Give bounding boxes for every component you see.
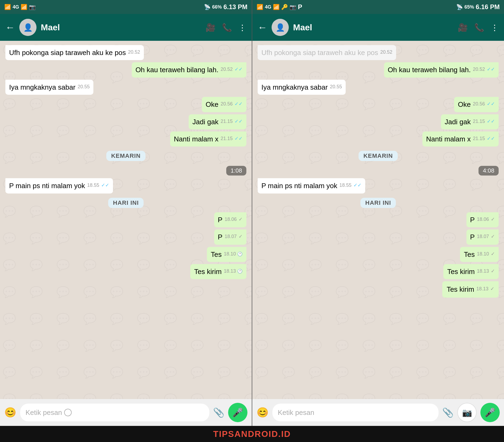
right-msg-1-tick: ✓✓ (487, 67, 495, 72)
left-msg-9-row: P 18.07 ✓ (5, 229, 246, 244)
left-video-call-icon[interactable]: 🎥 (206, 23, 216, 32)
left-camera-icon: 📷 (29, 4, 36, 10)
left-msg-10-row: Tes 18.10 🕐 (5, 247, 246, 262)
left-time-label: 1:08 (226, 166, 246, 176)
right-attach-button[interactable]: 📎 (442, 407, 454, 418)
left-msg-3-row: Iya mngkaknya sabar 20.55 (5, 80, 246, 95)
right-msg-4-row: Jadi gak 21.15 ✓✓ (258, 114, 499, 129)
right-msg-10-tick: ✓ (491, 268, 495, 274)
left-status-right: 📡 66% 6.13 PM (204, 3, 247, 11)
right-cast-icon: 📡 (456, 4, 463, 10)
right-phone-icon[interactable]: 📞 (474, 23, 484, 32)
left-msg-2-row: Oh kau teraweh bilang lah. 20.52 ✓✓ (5, 62, 246, 77)
left-msg-5-row: Jadi gak 21.15 ✓✓ (5, 114, 246, 129)
left-msg-4: Oke 20.56 ✓✓ (202, 97, 246, 112)
left-signal-icon: 📶 (4, 4, 11, 10)
right-msg-2-row: Iya mngkaknya sabar 20.55 (258, 80, 499, 95)
left-mic-button[interactable]: 🎤 (228, 403, 247, 422)
right-msg-10: Tes kirim 18.13 ✓ (443, 264, 499, 279)
left-phone-icon[interactable]: 📞 (222, 23, 232, 32)
right-msg-10-row: Tes kirim 18.13 ✓ (258, 264, 499, 279)
right-mic-button[interactable]: 🎤 (480, 403, 500, 422)
right-msg-3-row: Oke 20.56 ✓✓ (258, 97, 499, 112)
left-msg-10-time: 18.10 🕐 (224, 251, 243, 257)
left-msg-3-time: 20.55 (78, 83, 90, 90)
right-msg-11-time: 18.13 ✓ (476, 286, 494, 292)
left-msg-5-time: 21.15 ✓✓ (221, 118, 243, 125)
right-screen: 📶 4G 📶 🔑 📷 P 📡 65% 6.16 PM ← 👤 Mael 🎥 📞 … (252, 0, 504, 426)
right-msg-7: P 18.06 ✓ (466, 212, 499, 227)
right-msg-11-tick: ✓ (490, 286, 494, 291)
left-msg-9-tick: ✓ (239, 234, 243, 239)
right-msg-8-tick: ✓ (491, 234, 495, 239)
right-msg-8-row: P 18.07 ✓ (258, 229, 499, 244)
right-menu-icon[interactable]: ⋮ (491, 23, 499, 32)
right-msg-0-time: 20.52 (380, 49, 392, 56)
right-time-divider: 4:08 (258, 166, 499, 176)
watermark-bar: TIPSANDROID.ID (0, 426, 504, 442)
left-msg-6-row: Nanti malam x 21.15 ✓✓ (5, 131, 246, 147)
left-msg-9-time: 18.07 ✓ (225, 233, 243, 240)
left-msg-2-tick: ✓✓ (235, 67, 243, 72)
left-back-button[interactable]: ← (5, 22, 15, 33)
right-video-call-icon[interactable]: 🎥 (458, 23, 468, 32)
left-msg-6-tick: ✓✓ (235, 136, 243, 141)
right-p-icon: P (298, 3, 302, 11)
right-msg-1-time: 20.52 ✓✓ (473, 66, 495, 73)
left-chat-header: ← 👤 Mael 🎥 📞 ⋮ (0, 14, 252, 41)
right-emoji-button[interactable]: 😊 (257, 407, 269, 418)
right-chat-body: Ufh pokonga siap taraweh aku ke pos 20.5… (252, 41, 504, 399)
left-msg-1-row: Ufh pokonga siap taraweh aku ke pos 20.5… (5, 45, 246, 60)
right-msg-1-row: Oh kau teraweh bilang lah. 20.52 ✓✓ (258, 62, 499, 77)
left-attach-button[interactable]: 📎 (213, 407, 224, 418)
left-emoji-button[interactable]: 😊 (4, 407, 16, 418)
right-msg-2-time: 20.55 (330, 83, 342, 90)
right-msg-0: Ufh pokonga siap taraweh aku ke pos 20.5… (258, 45, 396, 60)
left-time: 6.13 PM (224, 3, 247, 11)
left-msg-6-time: 21.15 ✓✓ (221, 135, 243, 142)
right-contact-name: Mael (293, 23, 454, 32)
left-msg-8-tick: ✓ (239, 217, 243, 222)
left-msg-5: Jadi gak 21.15 ✓✓ (189, 114, 246, 129)
right-msg-3: Oke 20.56 ✓✓ (454, 97, 499, 112)
left-msg-11-time: 18.13 🕐 (224, 268, 243, 275)
left-day-label-kemarin: KEMARIN (106, 151, 145, 161)
right-msg-5: Nanti malam x 21.15 ✓✓ (422, 131, 499, 147)
right-msg-4-time: 21.15 ✓✓ (473, 118, 495, 125)
right-avatar[interactable]: 👤 (272, 19, 289, 36)
right-msg-0-row: Ufh pokonga siap taraweh aku ke pos 20.5… (258, 45, 499, 60)
right-status-right: 📡 65% 6.16 PM (456, 3, 500, 11)
screens-container: 📶 4G 📶 📷 📡 66% 6.13 PM ← 👤 Mael 🎥 📞 ⋮ (0, 0, 504, 426)
right-signal-icon: 📶 (257, 4, 263, 10)
right-msg-5-row: Nanti malam x 21.15 ✓✓ (258, 131, 499, 147)
left-msg-8: P 18.06 ✓ (214, 212, 246, 227)
left-msg-6: Nanti malam x 21.15 ✓✓ (170, 131, 246, 147)
right-camera-icon: 📷 (290, 4, 296, 10)
left-msg-7-row: P main ps nti malam yok 18.55 ✓✓ (5, 178, 246, 193)
left-input-placeholder: Ketik pesan (25, 408, 62, 417)
left-msg-1: Ufh pokonga siap taraweh aku ke pos 20.5… (5, 45, 144, 60)
left-battery-label: 66% (212, 4, 222, 10)
left-day-divider-kemarin: KEMARIN (5, 151, 246, 161)
left-contact-name: Mael (41, 23, 201, 32)
left-input-bar: 😊 Ketik pesan 📎 🎤 (0, 399, 252, 426)
right-input-field[interactable]: Ketik pesan (272, 404, 439, 421)
left-avatar[interactable]: 👤 (19, 19, 36, 36)
right-time: 6.16 PM (476, 3, 500, 11)
right-time-label: 4:08 (479, 166, 499, 176)
right-msg-6-time: 18.55 ✓✓ (339, 182, 361, 189)
left-input-field[interactable]: Ketik pesan (20, 404, 209, 421)
right-back-button[interactable]: ← (258, 22, 267, 33)
left-msg-4-row: Oke 20.56 ✓✓ (5, 97, 246, 112)
right-msg-2: Iya mngkaknya sabar 20.55 (258, 80, 346, 95)
left-menu-icon[interactable]: ⋮ (238, 23, 246, 32)
right-input-bar: 😊 Ketik pesan 📎 📷 🎤 (252, 399, 504, 426)
left-msg-11-row: Tes kirim 18.13 🕐 (5, 264, 246, 279)
left-chat-body: Ufh pokonga siap taraweh aku ke pos 20.5… (0, 41, 252, 399)
right-camera-button[interactable]: 📷 (457, 403, 477, 422)
right-msg-9-row: Tes 18.10 ✓ (258, 247, 499, 262)
left-4g-label: 4G (13, 4, 19, 10)
right-battery-label: 65% (465, 4, 474, 10)
left-msg-1-time: 20.52 (128, 49, 140, 56)
right-msg-4-tick: ✓✓ (487, 119, 495, 124)
